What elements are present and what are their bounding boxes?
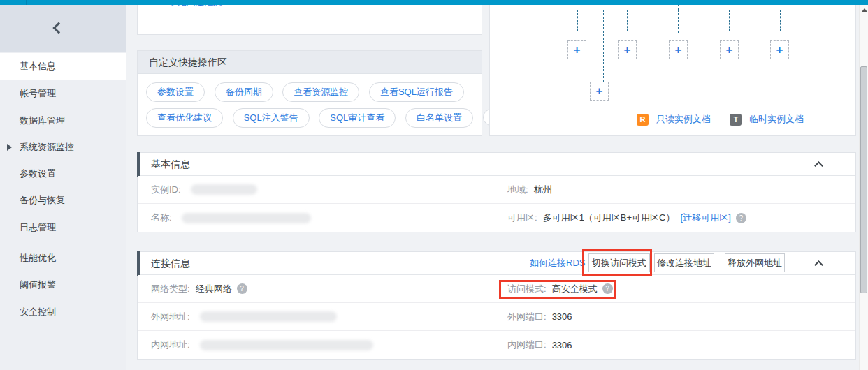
section-title: 连接信息 (151, 258, 190, 269)
sidebar-item-label: 参数设置 (20, 168, 56, 179)
tree-line (729, 10, 730, 31)
qa-button-backup-cycle[interactable]: 备份周期 (215, 82, 273, 102)
sidebar-item-label: 阈值报警 (20, 279, 56, 290)
sidebar: 基本信息 帐号管理 数据库管理 系统资源监控 参数设置 备份与恢复 日志管理 性… (0, 5, 126, 370)
collapse-chevron-icon[interactable] (814, 161, 823, 170)
table-row: 实例ID: 地域: 杭州 (138, 176, 855, 204)
plus-icon: + (726, 43, 733, 57)
inner-addr-label: 内网地址: (151, 339, 190, 351)
sidebar-collapse-button[interactable] (0, 5, 126, 52)
switch-access-mode-button[interactable]: 切换访问模式 (588, 253, 650, 272)
plus-icon: + (596, 84, 603, 98)
add-instance-box[interactable]: + (567, 40, 586, 59)
table-row: 网络类型: 经典网络 ? 访问模式: 高安全模式 ? (138, 275, 855, 303)
name-label: 名称: (151, 212, 172, 224)
legend-label: 只读实例文档 (656, 114, 711, 124)
sidebar-item-label: 帐号管理 (20, 88, 56, 98)
sidebar-item-label: 基本信息 (20, 61, 56, 71)
qa-button-sql-injection[interactable]: SQL注入警告 (233, 108, 310, 128)
add-instance-box[interactable]: + (618, 40, 637, 59)
sidebar-item-threshold-alarm[interactable]: 阈值报警 (0, 272, 126, 298)
sidebar-item-security-control[interactable]: 安全控制 (0, 299, 126, 325)
sidebar-item-database-mgmt[interactable]: 数据库管理 (0, 108, 126, 134)
plus-icon: + (624, 43, 631, 57)
region-value: 杭州 (534, 184, 552, 196)
add-instance-box[interactable]: + (770, 40, 789, 59)
topbar-separator (26, 0, 27, 5)
quick-actions-title: 自定义快捷操作区 (138, 51, 482, 74)
how-to-connect-rds-link[interactable]: 如何连接RDS (530, 257, 585, 269)
migrate-zone-link[interactable]: [迁移可用区] (681, 212, 731, 224)
help-icon[interactable]: ? (602, 283, 613, 294)
outer-port-value: 3306 (552, 311, 572, 322)
plus-icon: + (776, 43, 783, 57)
readonly-badge-icon: R (637, 114, 649, 126)
redacted-inner-address (200, 340, 373, 350)
tree-line (577, 10, 578, 31)
redacted-outer-address (200, 311, 337, 322)
browser-top-bar (0, 0, 868, 5)
sidebar-item-label: 性能优化 (20, 253, 56, 263)
add-instance-box[interactable]: + (669, 40, 688, 59)
tree-line (780, 10, 781, 31)
sidebar-item-basic-info[interactable]: 基本信息 (0, 53, 126, 80)
plus-icon: + (675, 43, 682, 57)
sidebar-item-label: 数据库管理 (20, 115, 65, 126)
scrollbar (859, 5, 868, 370)
help-icon[interactable]: ? (237, 283, 247, 294)
basic-info-section: 基本信息 实例ID: 地域: 杭州 名称: 可用区: 多可用区1（可用区B+可用… (137, 152, 856, 232)
sidebar-item-param-settings[interactable]: 参数设置 (0, 161, 126, 187)
sidebar-item-label: 备份与恢复 (20, 195, 65, 205)
quick-actions-card: 自定义快捷操作区 参数设置 备份周期 查看资源监控 查看SQL运行报告 查看优化… (137, 50, 482, 136)
sidebar-item-label: 日志管理 (20, 222, 56, 232)
outer-addr-label: 外网地址: (151, 311, 190, 323)
table-row: 外网地址: 外网端口: 3306 (138, 303, 855, 331)
help-icon[interactable]: ? (736, 213, 746, 223)
section-accent-bar (137, 251, 140, 276)
qa-button-whitelist[interactable]: 白名单设置 (405, 108, 473, 128)
tree-line (577, 10, 781, 10)
sidebar-item-resource-monitor[interactable]: 系统资源监控 (0, 134, 126, 161)
add-instance-box[interactable]: + (720, 40, 739, 59)
readonly-instance-doc-link[interactable]: R 只读实例文档 (637, 113, 711, 126)
qa-button-view-monitor[interactable]: 查看资源监控 (282, 82, 359, 102)
divider (138, 13, 482, 13)
temp-badge-icon: T (730, 114, 742, 126)
basic-info-header: 基本信息 (138, 153, 855, 176)
expand-arrow-icon (7, 144, 12, 151)
tree-line (678, 10, 679, 33)
scrollbar-up-arrow[interactable] (862, 8, 867, 12)
qa-button-optimize-advice[interactable]: 查看优化建议 (146, 108, 223, 128)
temp-instance-doc-link[interactable]: T 临时实例文档 (730, 113, 804, 126)
modify-connection-addr-button[interactable]: 修改连接地址 (654, 253, 714, 272)
access-mode-label: 访问模式: (507, 283, 547, 295)
inner-port-label: 内网端口: (507, 339, 547, 351)
add-instance-box[interactable]: + (590, 82, 609, 101)
sidebar-item-perf-optimize[interactable]: 性能优化 (0, 245, 126, 272)
sidebar-item-log-mgmt[interactable]: 日志管理 (0, 214, 126, 241)
sidebar-item-label: 安全控制 (20, 306, 56, 317)
chevron-left-icon (53, 22, 65, 34)
network-type-label: 网络类型: (151, 283, 190, 295)
zone-label: 可用区: (507, 212, 537, 224)
sidebar-item-backup-restore[interactable]: 备份与恢复 (0, 187, 126, 214)
scrollbar-thumb[interactable] (860, 66, 867, 293)
zone-value: 多可用区1（可用区B+可用区C） (543, 212, 675, 224)
qa-button-param-settings[interactable]: 参数设置 (146, 82, 205, 102)
tree-line (627, 10, 628, 31)
qa-button-sql-report[interactable]: 查看SQL运行报告 (369, 82, 464, 102)
sidebar-item-account-mgmt[interactable]: 帐号管理 (0, 80, 126, 107)
tree-line (603, 10, 604, 82)
network-type-value: 经典网络 (196, 283, 232, 295)
sidebar-item-label: 系统资源监控 (20, 142, 74, 152)
section-title: 基本信息 (151, 158, 190, 170)
collapse-chevron-icon[interactable] (814, 260, 823, 269)
table-row: 名称: 可用区: 多可用区1（可用区B+可用区C） [迁移可用区] ? (138, 204, 855, 232)
qa-button-sql-audit[interactable]: SQL审计查看 (319, 108, 396, 128)
quick-actions-body: 参数设置 备份周期 查看资源监控 查看SQL运行报告 查看优化建议 SQL注入警… (138, 74, 482, 128)
top-cutoff-card: RDS常见问题汇总 (137, 0, 482, 35)
redacted-name (182, 213, 311, 223)
access-mode-value: 高安全模式 (552, 283, 598, 295)
outer-port-label: 外网端口: (507, 311, 547, 323)
release-outer-addr-button[interactable]: 释放外网地址 (725, 253, 785, 272)
